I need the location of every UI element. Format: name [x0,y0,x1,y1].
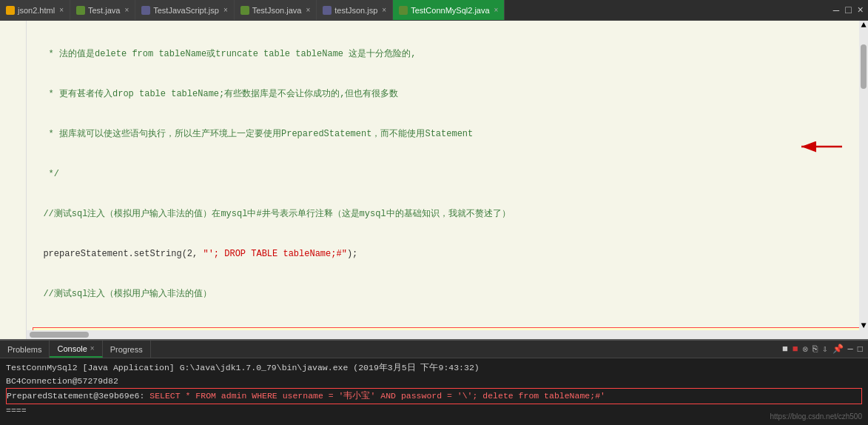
scroll-down-button[interactable]: ▼ [859,321,868,330]
code-line-4: */ [33,167,862,181]
minimize-button[interactable]: — [832,4,841,16]
tab-close-testjava[interactable]: × [124,6,129,14]
tab-json2html[interactable]: json2.html × [0,0,70,20]
tab-testjavascriptjsp[interactable]: TestJavaScript.jsp × [135,0,235,20]
console-maximize-button[interactable]: □ [857,344,864,355]
bottom-tab-console[interactable]: Console × [50,341,102,358]
console-close-icon[interactable]: × [90,344,95,352]
console-line-1: TestConnMySql2 [Java Application] G:\Jav… [6,361,862,375]
line-numbers [0,21,27,339]
bottom-tab-controls: ■ ■ ⊗ ⎘ ⇩ 📌 — □ [777,344,868,355]
console-minimize-button[interactable]: — [847,344,854,355]
tab-label-progress: Progress [110,345,143,354]
tab-icon-testconnmysql2java [399,6,408,15]
console-stop-button[interactable]: ■ [792,344,799,355]
scrollbar-thumb[interactable] [861,44,867,89]
tab-icon-testjsonjava [240,6,249,15]
console-line-2: BC4Connection@57279d82 [6,375,862,388]
tab-icon-testjavascriptjsp [141,6,150,15]
tab-label-testjava: Test.java [88,6,120,15]
maximize-button[interactable]: □ [844,4,852,16]
tab-controls: — □ × [829,4,868,16]
tab-close-testjavascriptjsp[interactable]: × [223,6,228,14]
console-output: TestConnMySql2 [Java Application] G:\Jav… [0,358,868,425]
bottom-tab-bar: Problems Console × Progress ■ ■ ⊗ ⎘ ⇩ 📌 … [0,341,868,358]
tab-label-testconnmysql2java: TestConnMySql2.java [411,6,489,15]
tab-label-console: Console [57,344,87,353]
tab-label-json2html: json2.html [18,6,55,15]
tab-label-testjavascriptjsp: TestJavaScript.jsp [153,6,219,15]
code-editor[interactable]: * 法的值是delete from tableName或truncate tab… [27,21,868,339]
console-line-3-highlighted: PreparedStatement@3e9b69e6: SELECT * FRO… [6,388,862,404]
vertical-scrollbar[interactable]: ▲ ▼ [859,21,868,339]
console-clear-button[interactable]: ■ [781,344,789,355]
bottom-tab-problems[interactable]: Problems [0,341,50,358]
tab-label-testjsonjava: TestJson.java [252,6,302,15]
scroll-up-button[interactable]: ▲ [861,21,866,30]
console-line-4: ==== [6,404,862,418]
console-copy-button[interactable]: ⎘ [812,344,818,355]
tab-label-testjsonjsp: testJson.jsp [334,6,377,15]
tab-bar: json2.html × Test.java × TestJavaScript.… [0,0,868,21]
code-line-5: //测试sql注入（模拟用户输入非法的值）在mysql中#井号表示单行注释（这是… [33,207,862,221]
horizontal-scrollbar[interactable] [27,330,859,339]
app-window: json2.html × Test.java × TestJavaScript.… [0,0,868,425]
code-line-2: * 更有甚者传入drop table tableName;有些数据库是不会让你成… [33,87,862,101]
red-arrow [787,135,846,161]
code-line-3: * 据库就可以使这些语句执行，所以生产环境上一定要使用PreparedState… [33,127,862,141]
editor-area: * 法的值是delete from tableName或truncate tab… [0,21,868,339]
tab-close-json2html[interactable]: × [59,6,64,14]
tab-close-testjsonjsp[interactable]: × [382,6,386,14]
console-pin-button[interactable]: 📌 [832,344,844,355]
bottom-panel: Problems Console × Progress ■ ■ ⊗ ⎘ ⇩ 📌 … [0,339,868,425]
code-line-1: * 法的值是delete from tableName或truncate tab… [33,47,862,61]
watermark: https://blog.csdn.net/czh500 [770,412,862,421]
tab-testjsonjsp[interactable]: testJson.jsp × [317,0,393,20]
tab-icon-json2html [6,6,15,15]
tab-testconnmysql2java[interactable]: TestConnMySql2.java × [393,0,505,20]
hscrollbar-thumb[interactable] [30,332,89,338]
close-button[interactable]: × [856,4,865,16]
sql-text: SELECT * FROM admin WHERE username = '韦小… [149,391,605,401]
tab-close-testconnmysql2java[interactable]: × [494,6,499,14]
tab-label-problems: Problems [7,345,41,354]
tab-testjava[interactable]: Test.java × [70,0,135,20]
tab-icon-testjava [76,6,85,15]
bottom-tab-progress[interactable]: Progress [103,341,151,358]
code-line-7: //测试sql注入（模拟用户输入非法的值） [33,287,862,301]
console-rerun-button[interactable]: ⊗ [802,344,810,355]
code-line-6: prepareStatement.setString(2, "'; DROP T… [33,247,862,261]
tab-testjsonjava[interactable]: TestJson.java × [235,0,317,20]
console-scroll-lock-button[interactable]: ⇩ [821,344,828,355]
tab-close-testjsonjava[interactable]: × [306,6,310,14]
tab-icon-testjsonjsp [323,6,332,15]
